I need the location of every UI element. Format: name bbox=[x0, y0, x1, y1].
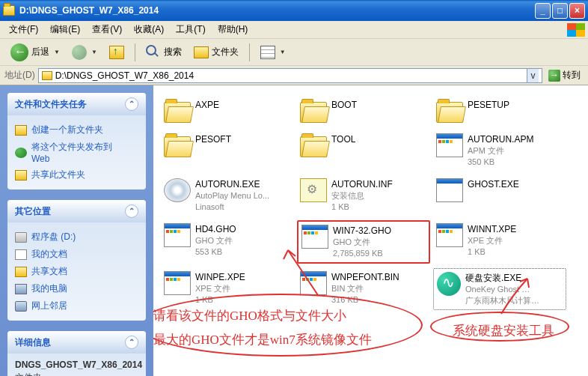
app-icon bbox=[436, 178, 463, 202]
menu-file[interactable]: 文件(F) bbox=[3, 22, 44, 37]
folders-button[interactable]: 文件夹 bbox=[189, 43, 243, 61]
back-icon bbox=[10, 43, 28, 61]
back-button[interactable]: 后退 ▼ bbox=[6, 40, 64, 64]
file-item[interactable]: PESETUP bbox=[433, 96, 566, 126]
menu-favorites[interactable]: 收藏(A) bbox=[128, 22, 170, 37]
details-panel-header[interactable]: 详细信息 ⌃ bbox=[7, 331, 146, 354]
chevron-down-icon: ▼ bbox=[91, 49, 97, 55]
task-publish-web[interactable]: 将这个文件夹发布到 Web bbox=[15, 139, 138, 166]
address-dropdown[interactable]: v bbox=[527, 69, 539, 82]
file-item[interactable]: 硬盘安装.EXEOneKey Ghost …广东雨林木风计算… bbox=[433, 268, 566, 310]
details-panel: 详细信息 ⌃ DNGS_GHOST_W7_X86_2014 文件夹 修改日期: … bbox=[7, 331, 146, 376]
go-icon: → bbox=[548, 70, 560, 82]
separator bbox=[135, 43, 135, 61]
file-name: AUTORUN.APM bbox=[468, 133, 563, 145]
file-meta: XPE 文件 bbox=[468, 235, 563, 246]
folder-icon bbox=[436, 99, 463, 123]
annotation-ellipse-right bbox=[430, 312, 569, 342]
menu-help[interactable]: 帮助(H) bbox=[212, 22, 254, 37]
close-button[interactable]: × bbox=[569, 3, 585, 19]
file-meta: 广东雨林木风计算… bbox=[465, 295, 563, 306]
file-item[interactable]: AUTORUN.INF安装信息1 KB bbox=[297, 175, 430, 216]
place-shared-docs[interactable]: 共享文档 bbox=[15, 263, 138, 280]
folders-icon bbox=[194, 46, 209, 58]
file-item[interactable]: WNPEFONT.BINBIN 文件316 KB bbox=[297, 268, 430, 310]
up-button[interactable] bbox=[105, 43, 129, 62]
place-my-computer[interactable]: 我的电脑 bbox=[15, 280, 138, 297]
file-item[interactable]: GHOST.EXE bbox=[433, 175, 566, 216]
tasks-panel: 文件和文件夹任务 ⌃ 创建一个新文件夹 将这个文件夹发布到 Web 共享此文件夹 bbox=[7, 93, 146, 189]
folder-icon bbox=[164, 133, 191, 157]
share-icon bbox=[15, 267, 27, 277]
title-folder-icon bbox=[3, 5, 15, 16]
file-meta: 316 KB bbox=[331, 294, 427, 306]
main-area: 文件和文件夹任务 ⌃ 创建一个新文件夹 将这个文件夹发布到 Web 共享此文件夹… bbox=[0, 85, 588, 376]
file-item[interactable]: WIN7-32.GHOGHO 文件2,785,859 KB bbox=[297, 220, 430, 264]
file-item[interactable]: AUTORUN.APMAPM 文件350 KB bbox=[433, 130, 566, 171]
views-icon bbox=[260, 46, 275, 59]
file-name: PESOFT bbox=[195, 133, 291, 145]
search-icon bbox=[146, 45, 161, 60]
file-item[interactable]: BOOT bbox=[297, 96, 430, 126]
chevron-down-icon: ▼ bbox=[54, 49, 60, 55]
search-button[interactable]: 搜索 bbox=[141, 42, 186, 63]
file-item[interactable]: HD4.GHOGHO 文件553 KB bbox=[161, 220, 294, 264]
places-panel: 其它位置 ⌃ 程序盘 (D:) 我的文档 共享文档 我的电脑 网上邻居 bbox=[7, 200, 146, 321]
chevron-down-icon: ▼ bbox=[280, 49, 286, 55]
file-view[interactable]: AXPEBOOTPESETUPPESOFTTOOLAUTORUN.APMAPM … bbox=[153, 85, 588, 376]
share-icon bbox=[15, 170, 27, 181]
file-meta: 1 KB bbox=[331, 201, 427, 213]
file-name: PESETUP bbox=[468, 99, 563, 111]
file-meta: 1 KB bbox=[468, 246, 563, 258]
file-item[interactable]: AXPE bbox=[161, 96, 294, 126]
folder-icon bbox=[300, 99, 327, 123]
places-panel-header[interactable]: 其它位置 ⌃ bbox=[7, 200, 146, 222]
file-name: WINPE.XPE bbox=[195, 271, 291, 283]
menu-tools[interactable]: 工具(T) bbox=[170, 22, 211, 37]
file-meta: AutoPlay Menu Lo... bbox=[195, 190, 291, 201]
file-name: TOOL bbox=[331, 133, 427, 145]
menu-edit[interactable]: 编辑(E) bbox=[44, 22, 86, 37]
minimize-button[interactable]: _ bbox=[535, 3, 551, 19]
go-button[interactable]: → 转到 bbox=[545, 69, 584, 82]
app-icon bbox=[301, 225, 328, 249]
file-name: AXPE bbox=[195, 99, 291, 111]
globe-icon bbox=[15, 148, 27, 158]
file-item[interactable]: PESOFT bbox=[161, 130, 294, 171]
place-drive-d[interactable]: 程序盘 (D:) bbox=[15, 228, 138, 246]
forward-button[interactable]: ▼ bbox=[67, 42, 102, 63]
file-meta: XPE 文件 bbox=[195, 283, 291, 294]
file-meta: Linasoft bbox=[195, 201, 291, 213]
file-meta: 350 KB bbox=[468, 157, 563, 168]
inf-icon bbox=[300, 178, 327, 202]
file-name: AUTORUN.EXE bbox=[195, 178, 291, 190]
annotation-line2: 最大的GHO文件才是win7系统镜像文件 bbox=[153, 331, 372, 348]
app-icon bbox=[436, 223, 463, 247]
file-item[interactable]: WINNT.XPEXPE 文件1 KB bbox=[433, 220, 566, 264]
views-button[interactable]: ▼ bbox=[256, 43, 290, 62]
file-name: HD4.GHO bbox=[195, 223, 291, 235]
folder-icon bbox=[15, 125, 27, 136]
documents-icon bbox=[15, 249, 27, 260]
maximize-button[interactable]: □ bbox=[552, 3, 568, 19]
file-item[interactable]: WINPE.XPEXPE 文件1 KB bbox=[161, 268, 294, 310]
folder-icon bbox=[164, 99, 191, 123]
file-meta: APM 文件 bbox=[468, 145, 563, 157]
address-input[interactable]: D:\DNGS_GHOST_W7_X86_2014 v bbox=[38, 68, 542, 83]
tasks-panel-header[interactable]: 文件和文件夹任务 ⌃ bbox=[7, 93, 146, 115]
menu-view[interactable]: 查看(V) bbox=[86, 22, 128, 37]
task-share[interactable]: 共享此文件夹 bbox=[15, 166, 138, 184]
window-title: D:\DNGS_GHOST_W7_X86_2014 bbox=[19, 5, 535, 16]
file-item[interactable]: AUTORUN.EXEAutoPlay Menu Lo...Linasoft bbox=[161, 175, 294, 216]
file-meta: BIN 文件 bbox=[331, 283, 427, 294]
up-icon bbox=[109, 46, 124, 59]
file-meta: 1 KB bbox=[195, 294, 291, 306]
file-name: WINNT.XPE bbox=[468, 223, 563, 235]
windows-flag-icon bbox=[567, 23, 585, 37]
file-item[interactable]: TOOL bbox=[297, 130, 430, 171]
task-new-folder[interactable]: 创建一个新文件夹 bbox=[15, 121, 138, 139]
place-network[interactable]: 网上邻居 bbox=[15, 297, 138, 315]
collapse-icon: ⌃ bbox=[125, 97, 138, 111]
place-my-docs[interactable]: 我的文档 bbox=[15, 246, 138, 263]
titlebar: D:\DNGS_GHOST_W7_X86_2014 _ □ × bbox=[0, 0, 588, 21]
